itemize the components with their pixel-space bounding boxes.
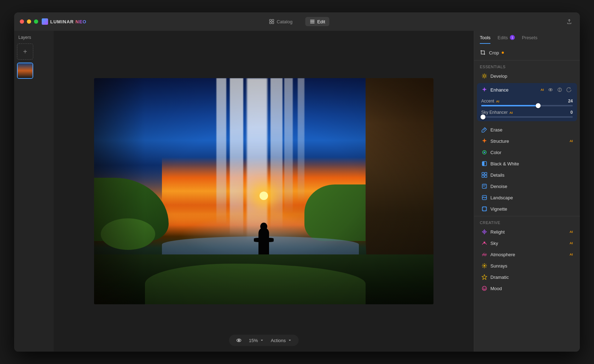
close-button[interactable] xyxy=(20,19,24,24)
structure-ai-badge: AI xyxy=(570,139,573,143)
accent-thumb[interactable] xyxy=(536,103,541,108)
sky-enhancer-ai: AI xyxy=(509,111,513,115)
color-tool-row[interactable]: Color xyxy=(476,147,578,158)
sky-enhancer-slider[interactable] xyxy=(481,116,573,118)
divider-1 xyxy=(474,60,580,60)
enhance-header[interactable]: Enhance AI xyxy=(477,83,577,96)
svg-point-47 xyxy=(484,242,485,243)
develop-tool-row[interactable]: Develop xyxy=(476,70,578,82)
app-logo: LUMINAR NEO xyxy=(42,18,87,25)
layer-thumbnail[interactable] xyxy=(17,63,33,79)
svg-point-24 xyxy=(484,152,485,153)
visibility-toggle[interactable] xyxy=(236,337,242,343)
panel-tabs: Tools Edits 1 Presets xyxy=(474,31,580,44)
crop-active-dot xyxy=(502,52,504,54)
tab-tools[interactable]: Tools xyxy=(480,35,490,44)
sunrays-label: Sunrays xyxy=(490,263,573,269)
tab-edits[interactable]: Edits 1 xyxy=(497,35,515,44)
svg-point-8 xyxy=(238,340,240,341)
photo-scene xyxy=(94,78,433,304)
nav-tabs: Catalog Edit xyxy=(264,17,329,26)
svg-point-19 xyxy=(550,89,551,90)
app-window: LUMINAR NEO Catalog Edit xyxy=(14,12,580,352)
sky-enhancer-label: Sky Enhancer AI xyxy=(481,110,513,115)
layer-thumb-image xyxy=(18,63,33,78)
canvas-toolbar: 15% Actions xyxy=(229,335,299,346)
vignette-tool-row[interactable]: Vignette xyxy=(476,203,578,215)
landscape-icon xyxy=(481,194,488,201)
structure-icon xyxy=(481,138,488,144)
svg-point-32 xyxy=(483,185,484,186)
svg-point-36 xyxy=(484,186,485,187)
actions-dropdown[interactable]: Actions xyxy=(271,338,292,343)
main-canvas xyxy=(94,78,433,304)
svg-rect-1 xyxy=(272,19,274,21)
erase-icon xyxy=(481,127,488,133)
landscape-tool-row[interactable]: Landscape xyxy=(476,192,578,203)
svg-rect-30 xyxy=(485,175,487,177)
share-button[interactable] xyxy=(564,17,574,27)
structure-tool-row[interactable]: Structure AI xyxy=(476,135,578,147)
sky-label: Sky xyxy=(490,241,567,246)
atmosphere-label: Atmosphere xyxy=(490,252,567,257)
denoise-tool-row[interactable]: Denoise xyxy=(476,181,578,192)
svg-line-15 xyxy=(486,77,486,78)
svg-rect-26 xyxy=(482,162,484,166)
relight-ai-badge: AI xyxy=(570,230,573,234)
accent-slider-row: Accent AI 24 xyxy=(477,96,577,108)
traffic-lights xyxy=(20,19,38,24)
enhance-reset-btn[interactable] xyxy=(565,86,573,94)
relight-tool-row[interactable]: Relight AI xyxy=(476,226,578,237)
svg-rect-2 xyxy=(269,22,271,24)
canvas-area: 15% Actions xyxy=(54,31,474,352)
creative-header: Creative xyxy=(474,218,580,226)
svg-rect-29 xyxy=(482,175,484,177)
enhance-ai-badge: AI xyxy=(541,88,544,92)
minimize-button[interactable] xyxy=(27,19,31,24)
tab-presets[interactable]: Presets xyxy=(522,35,537,44)
svg-line-54 xyxy=(485,267,486,268)
mood-tool-row[interactable]: Mood xyxy=(476,283,578,294)
crop-icon xyxy=(480,49,486,56)
enhance-visibility-btn[interactable] xyxy=(547,86,554,94)
accent-fill xyxy=(481,105,538,106)
atmosphere-tool-row[interactable]: Atmosphere AI xyxy=(476,249,578,260)
crop-tool-row[interactable]: Crop xyxy=(474,47,580,59)
accent-value: 24 xyxy=(568,99,573,104)
enhance-title: Enhance xyxy=(490,87,538,93)
bw-tool-row[interactable]: Black & White xyxy=(476,158,578,169)
zoom-value: 15% xyxy=(249,338,258,343)
sunrays-tool-row[interactable]: Sunrays xyxy=(476,260,578,271)
dramatic-icon xyxy=(481,274,488,280)
catalog-nav-button[interactable]: Catalog xyxy=(264,17,297,26)
relight-label: Relight xyxy=(490,229,567,235)
add-layer-button[interactable]: + xyxy=(17,43,33,60)
edit-nav-button[interactable]: Edit xyxy=(305,17,329,26)
accent-label: Accent AI xyxy=(481,99,499,104)
bw-label: Black & White xyxy=(490,161,573,166)
sky-enhancer-slider-row: Sky Enhancer AI 0 xyxy=(477,108,577,121)
svg-line-53 xyxy=(483,264,483,265)
maximize-button[interactable] xyxy=(34,19,38,24)
app-name: LUMINAR NEO xyxy=(50,18,87,25)
mood-icon xyxy=(481,285,488,292)
accent-ai: AI xyxy=(496,100,499,103)
vignette-icon xyxy=(481,206,488,212)
svg-rect-27 xyxy=(482,172,484,175)
svg-point-48 xyxy=(484,265,485,267)
accent-slider[interactable] xyxy=(481,105,573,106)
erase-tool-row[interactable]: Erase xyxy=(476,124,578,135)
dramatic-tool-row[interactable]: Dramatic xyxy=(476,271,578,283)
vignette-label: Vignette xyxy=(490,206,573,212)
sky-enhancer-value: 0 xyxy=(570,110,573,115)
divider-2 xyxy=(474,216,580,216)
svg-point-42 xyxy=(484,231,485,233)
sky-tool-row[interactable]: Sky AI xyxy=(476,237,578,249)
crop-label: Crop xyxy=(489,50,499,55)
sky-enhancer-thumb[interactable] xyxy=(481,115,485,119)
zoom-selector[interactable]: 15% xyxy=(249,338,264,343)
details-tool-row[interactable]: Details xyxy=(476,169,578,181)
enhance-mask-btn[interactable] xyxy=(556,86,564,94)
svg-rect-28 xyxy=(485,172,487,175)
dramatic-label: Dramatic xyxy=(490,275,573,280)
